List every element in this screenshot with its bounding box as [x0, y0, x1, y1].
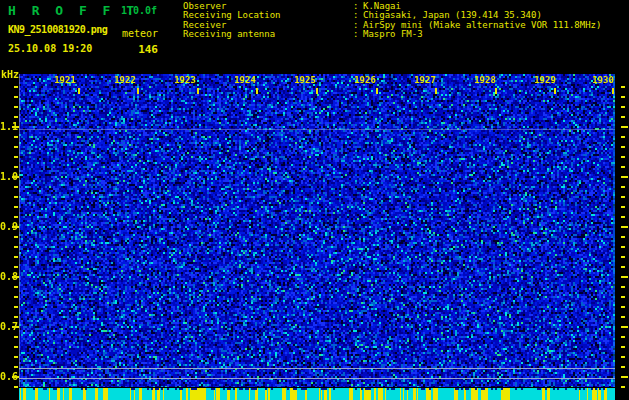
meteor-count-label: meteor	[108, 28, 158, 39]
time-label: 1929	[534, 75, 556, 86]
app-title: H R O F F T	[8, 3, 138, 18]
plot-left-border	[19, 74, 20, 387]
freq-minor-tick-right	[621, 236, 625, 238]
freq-minor-tick	[14, 216, 18, 218]
freq-minor-tick	[14, 246, 18, 248]
time-label: 1923	[174, 75, 196, 86]
freq-minor-tick	[14, 336, 18, 338]
freq-minor-tick	[14, 106, 18, 108]
observation-datetime: 25.10.08 19:20	[8, 43, 92, 54]
minute-tick	[435, 88, 437, 94]
freq-minor-tick-right	[621, 216, 625, 218]
freq-minor-tick	[14, 196, 18, 198]
freq-minor-tick-right	[621, 346, 625, 348]
freq-label: 0.8	[0, 272, 12, 282]
minute-tick	[612, 88, 614, 94]
freq-major-tick-right	[621, 326, 628, 328]
freq-minor-tick	[14, 266, 18, 268]
freq-label: 1.0	[0, 172, 12, 182]
hrofft-window: H R O F F T 1.0.0f KN9_2510081920.png me…	[0, 0, 629, 400]
info-label: Receiving antenna	[183, 30, 353, 39]
freq-minor-tick	[14, 186, 18, 188]
freq-minor-tick	[14, 256, 18, 258]
freq-minor-tick-right	[621, 116, 625, 118]
freq-minor-tick	[14, 386, 18, 388]
freq-minor-tick-right	[621, 366, 625, 368]
freq-minor-tick-right	[621, 106, 625, 108]
minute-tick	[197, 88, 199, 94]
freq-major-tick	[12, 226, 19, 228]
freq-label: 0.6	[0, 372, 12, 382]
minute-tick	[137, 88, 139, 94]
freq-minor-tick-right	[621, 146, 625, 148]
freq-major-tick	[12, 126, 19, 128]
app-version: 1.0.0f	[121, 5, 157, 16]
freq-minor-tick	[14, 136, 18, 138]
freq-minor-tick	[14, 316, 18, 318]
info-row: Receiving antenna:Maspro FM-3	[183, 30, 601, 39]
freq-label: 0.9	[0, 222, 12, 232]
output-filename: KN9_2510081920.png	[8, 24, 107, 35]
freq-minor-tick-right	[621, 156, 625, 158]
freq-major-tick-right	[621, 176, 628, 178]
time-label: 1930	[592, 75, 614, 86]
time-label: 1921	[54, 75, 76, 86]
freq-minor-tick-right	[621, 206, 625, 208]
freq-minor-tick	[14, 296, 18, 298]
freq-minor-tick-right	[621, 96, 625, 98]
freq-major-tick-right	[621, 276, 628, 278]
freq-minor-tick-right	[621, 336, 625, 338]
freq-minor-tick-right	[621, 296, 625, 298]
minute-tick	[256, 88, 258, 94]
time-label: 1924	[234, 75, 256, 86]
freq-minor-tick-right	[621, 196, 625, 198]
freq-minor-tick	[14, 146, 18, 148]
freq-minor-tick	[14, 156, 18, 158]
freq-major-tick	[12, 176, 19, 178]
freq-minor-tick	[14, 366, 18, 368]
time-label: 1925	[294, 75, 316, 86]
freq-minor-tick-right	[621, 86, 625, 88]
freq-minor-tick-right	[621, 306, 625, 308]
time-label: 1927	[414, 75, 436, 86]
gray-reference-line	[19, 378, 615, 379]
minute-tick	[316, 88, 318, 94]
freq-major-tick	[12, 326, 19, 328]
freq-major-tick-right	[621, 376, 628, 378]
freq-minor-tick	[14, 206, 18, 208]
freq-minor-tick	[14, 356, 18, 358]
time-label: 1928	[474, 75, 496, 86]
freq-minor-tick	[14, 86, 18, 88]
freq-major-tick-right	[621, 126, 628, 128]
freq-minor-tick	[14, 96, 18, 98]
plot-right-edge-glow	[613, 74, 615, 387]
freq-minor-tick-right	[621, 266, 625, 268]
freq-minor-tick-right	[621, 166, 625, 168]
y-axis-unit: kHz	[1, 69, 19, 80]
freq-label: 1.1	[0, 122, 12, 132]
gray-reference-line	[19, 368, 615, 369]
freq-minor-tick	[14, 166, 18, 168]
freq-major-tick-right	[621, 226, 628, 228]
minute-tick	[78, 88, 80, 94]
freq-minor-tick	[14, 306, 18, 308]
freq-minor-tick	[14, 286, 18, 288]
freq-major-tick	[12, 276, 19, 278]
freq-minor-tick-right	[621, 256, 625, 258]
freq-minor-tick	[14, 236, 18, 238]
minute-tick	[495, 88, 497, 94]
minute-tick	[376, 88, 378, 94]
freq-minor-tick	[14, 116, 18, 118]
info-value: Maspro FM-3	[363, 30, 423, 39]
freq-minor-tick-right	[621, 136, 625, 138]
freq-major-tick	[12, 376, 19, 378]
freq-minor-tick-right	[621, 386, 625, 388]
info-colon: :	[353, 30, 363, 39]
freq-minor-tick-right	[621, 356, 625, 358]
minute-tick	[554, 88, 556, 94]
freq-minor-tick	[14, 346, 18, 348]
freq-minor-tick-right	[621, 186, 625, 188]
time-label: 1922	[114, 75, 136, 86]
freq-minor-tick-right	[621, 246, 625, 248]
observation-info: Observer:K.NagaiReceiving Location:Chiga…	[183, 2, 601, 40]
